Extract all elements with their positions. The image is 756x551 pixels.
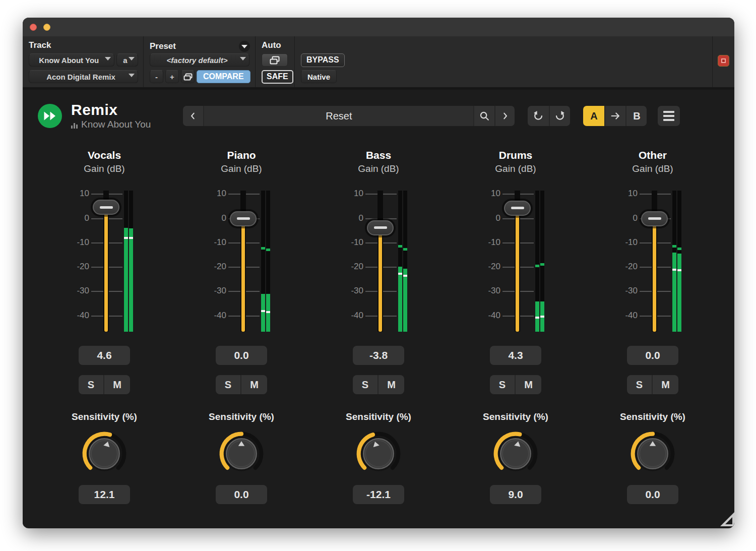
gain-value[interactable]: 4.3 <box>490 346 541 365</box>
ab-group: A B <box>583 106 647 126</box>
solo-button[interactable]: S <box>490 375 516 394</box>
compare-button[interactable]: COMPARE <box>197 70 250 83</box>
bypass-button[interactable]: BYPASS <box>301 53 345 67</box>
fader-fill <box>516 208 519 332</box>
preset-prev-button[interactable]: - <box>150 70 163 83</box>
handle-grip-icon <box>374 226 387 229</box>
channel-strip: Piano Gain (dB) 100-10-20-30-40 0.0 S M … <box>173 149 310 504</box>
tick-label: 0 <box>210 213 226 223</box>
level-meter-right <box>677 191 681 332</box>
solo-button[interactable]: S <box>79 375 104 394</box>
tick-label: 10 <box>484 189 500 199</box>
chevron-down-icon <box>129 74 135 77</box>
preset-section-label: Preset <box>150 40 176 52</box>
fader-fill <box>379 228 382 332</box>
plugin-title: Remix <box>71 102 151 117</box>
meter-peak-hold <box>540 263 544 266</box>
mute-button[interactable]: M <box>653 375 678 394</box>
auto-params-button[interactable] <box>262 53 288 67</box>
knob-graphic <box>628 430 677 478</box>
preset-prev-button[interactable] <box>183 106 203 126</box>
fader-handle[interactable] <box>367 220 394 235</box>
gain-label: Gain (dB) <box>632 163 673 175</box>
meter-fill <box>124 229 128 332</box>
native-mode-button[interactable]: Native <box>301 70 337 83</box>
chevron-down-icon <box>240 57 246 60</box>
fader-handle[interactable] <box>504 201 531 216</box>
chevron-down-icon <box>129 57 135 60</box>
mute-button[interactable]: M <box>516 375 541 394</box>
sensitivity-value[interactable]: 0.0 <box>216 485 267 504</box>
meter-peak-hold <box>398 245 402 248</box>
sensitivity-knob[interactable] <box>80 430 129 478</box>
redo-button[interactable] <box>549 106 570 126</box>
tick-label: -30 <box>73 286 89 296</box>
fader-handle[interactable] <box>230 211 257 226</box>
meter-rms-line <box>398 273 402 275</box>
plugin-name-dropdown[interactable]: Acon Digital Remix <box>29 70 138 83</box>
undo-button[interactable] <box>528 106 549 126</box>
ab-a-button[interactable]: A <box>583 106 604 126</box>
header-divider <box>712 36 713 87</box>
mute-button[interactable]: M <box>104 375 130 394</box>
fader-handle[interactable] <box>93 200 119 215</box>
track-name-dropdown[interactable]: Know About You <box>29 53 114 67</box>
gain-label: Gain (dB) <box>358 163 399 175</box>
bypass-section: BYPASS Native <box>295 36 350 87</box>
gain-value[interactable]: 0.0 <box>216 346 267 365</box>
gain-fader: 100-10-20-30-40 <box>210 191 273 332</box>
chevron-right-icon <box>500 111 510 121</box>
host-header: Track Know About You a Acon Digital Remi… <box>23 36 734 90</box>
meter-peak-hold <box>261 247 265 250</box>
preset-section: Preset <factory default> - + COMPA <box>144 36 256 87</box>
fader-handle[interactable] <box>641 211 668 226</box>
arrow-right-icon <box>610 110 621 121</box>
ab-b-button[interactable]: B <box>625 106 647 126</box>
sensitivity-value[interactable]: -12.1 <box>353 485 404 504</box>
sensitivity-value[interactable]: 0.0 <box>627 485 678 504</box>
mute-button[interactable]: M <box>241 375 267 394</box>
sensitivity-knob[interactable] <box>354 430 403 478</box>
preset-next-button[interactable] <box>494 106 515 126</box>
tick-label: -30 <box>347 286 363 296</box>
sensitivity-value[interactable]: 12.1 <box>79 485 130 504</box>
chevron-down-icon <box>105 57 111 60</box>
mute-button[interactable]: M <box>379 375 404 394</box>
solo-mute-group: S M <box>490 375 541 394</box>
minimize-button[interactable] <box>43 24 50 31</box>
copy-preset-button[interactable] <box>181 70 195 83</box>
preset-search-button[interactable] <box>474 106 494 126</box>
preset-nav-bar: Reset <box>183 106 680 126</box>
solo-button[interactable]: S <box>353 375 379 394</box>
resize-handle[interactable] <box>719 511 734 526</box>
sensitivity-knob[interactable] <box>217 430 266 478</box>
meter-peak-hold <box>672 245 676 248</box>
sensitivity-knob[interactable] <box>491 430 540 478</box>
close-button[interactable] <box>30 24 37 31</box>
gain-value[interactable]: 0.0 <box>627 346 678 365</box>
meter-rms-line <box>677 269 681 271</box>
sensitivity-label: Sensitivity (%) <box>620 411 685 423</box>
sensitivity-label: Sensitivity (%) <box>346 411 411 423</box>
level-meter-left <box>672 191 676 332</box>
ab-copy-button[interactable] <box>604 106 625 126</box>
sensitivity-value[interactable]: 9.0 <box>490 485 541 504</box>
meter-fill <box>129 229 133 332</box>
solo-button[interactable]: S <box>216 375 241 394</box>
meter-rms-line <box>540 316 544 318</box>
sensitivity-knob[interactable] <box>628 430 677 478</box>
gain-value[interactable]: 4.6 <box>79 346 130 365</box>
track-channel-dropdown[interactable]: a <box>116 53 138 67</box>
solo-mute-group: S M <box>353 375 404 394</box>
gain-value[interactable]: -3.8 <box>353 346 404 365</box>
preset-next-button[interactable]: + <box>165 70 179 83</box>
solo-button[interactable]: S <box>627 375 653 394</box>
safe-button[interactable]: SAFE <box>262 70 293 84</box>
menu-button[interactable] <box>658 106 680 126</box>
preset-menu-button[interactable] <box>239 41 250 52</box>
link-button[interactable] <box>718 55 729 67</box>
preset-name-field[interactable]: Reset <box>203 106 474 126</box>
chevron-down-icon <box>241 45 247 48</box>
preset-dropdown[interactable]: <factory default> <box>150 53 249 67</box>
gain-fader: 100-10-20-30-40 <box>484 191 547 332</box>
